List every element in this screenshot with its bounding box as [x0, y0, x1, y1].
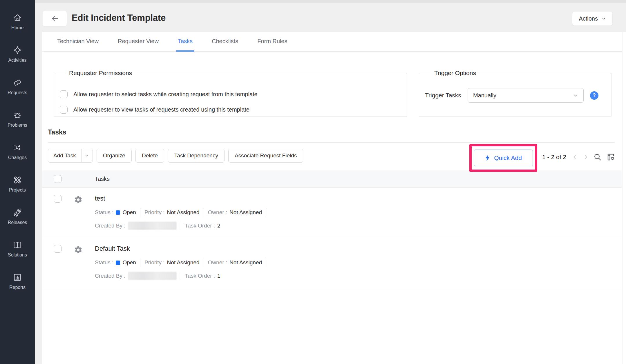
- back-button[interactable]: [43, 11, 67, 26]
- actions-button-label: Actions: [579, 15, 598, 22]
- organize-button[interactable]: Organize: [97, 149, 132, 163]
- sidebar-item-home[interactable]: Home: [0, 13, 35, 30]
- tab-form-rules[interactable]: Form Rules: [256, 32, 289, 52]
- row-checkbox[interactable]: [54, 245, 61, 253]
- task-meta-line: Status : Open Priority : Not Assigned Ow…: [95, 208, 622, 217]
- task-meta-line: Created By : Task Order : 1: [95, 272, 622, 280]
- sidebar-item-releases[interactable]: Releases: [0, 208, 35, 225]
- task-table: Tasks test Status : Open Prior: [42, 170, 622, 288]
- tab-checklists[interactable]: Checklists: [210, 32, 240, 52]
- status-open-icon: [116, 210, 120, 215]
- meta-divider: [266, 258, 266, 267]
- view-tasks-checkbox[interactable]: [60, 106, 68, 114]
- task-order-value: 2: [217, 223, 220, 229]
- sidebar-item-changes[interactable]: Changes: [0, 143, 35, 160]
- priority-label: Priority :: [144, 209, 165, 216]
- sidebar-item-label: Home: [11, 25, 24, 30]
- task-dependency-button[interactable]: Task Dependency: [168, 149, 225, 163]
- chevron-down-icon: [573, 93, 578, 98]
- trigger-tasks-row: Trigger Tasks Manually ?: [425, 88, 611, 103]
- select-all-checkbox[interactable]: [54, 175, 61, 183]
- status-label: Status :: [95, 259, 113, 266]
- sidebar-item-label: Problems: [8, 123, 27, 128]
- meta-divider: [266, 208, 266, 217]
- sidebar-item-problems[interactable]: Problems: [0, 110, 35, 128]
- tasks-column-header: Tasks: [95, 176, 110, 182]
- add-task-button[interactable]: Add Task: [48, 149, 93, 163]
- sidebar-item-solutions[interactable]: Solutions: [0, 240, 35, 258]
- task-title[interactable]: test: [95, 195, 622, 202]
- pagination-range: 1 - 2 of 2: [542, 154, 566, 161]
- back-arrow-icon: [50, 14, 59, 23]
- created-by-label: Created By :: [95, 273, 126, 279]
- tasks-section-heading: Tasks: [48, 128, 66, 136]
- owner-value: Not Assigned: [229, 209, 262, 216]
- problems-icon: [12, 110, 22, 120]
- gear-icon[interactable]: [74, 195, 83, 204]
- meta-divider: [140, 258, 140, 267]
- trigger-tasks-selected-value: Manually: [473, 92, 496, 99]
- meta-divider: [181, 221, 181, 230]
- permission-option-view-tasks: Allow requester to view tasks of request…: [60, 106, 407, 114]
- actions-button[interactable]: Actions: [572, 12, 612, 26]
- sidebar-item-label: Solutions: [8, 252, 27, 258]
- changes-icon: [12, 143, 22, 152]
- trigger-options-legend: Trigger Options: [431, 70, 479, 77]
- sidebar-item-requests[interactable]: Requests: [0, 78, 35, 95]
- owner-value: Not Assigned: [229, 259, 262, 266]
- add-task-label: Add Task: [48, 152, 81, 159]
- chevron-down-icon: [601, 16, 606, 21]
- owner-label: Owner :: [208, 259, 227, 266]
- add-task-caret[interactable]: [82, 149, 93, 162]
- page-title: Edit Incident Template: [72, 13, 166, 23]
- reports-icon: [12, 272, 22, 282]
- created-by-value-redacted: [128, 272, 177, 280]
- next-page-icon[interactable]: [582, 154, 589, 160]
- tab-technician-view[interactable]: Technician View: [55, 32, 100, 52]
- task-title[interactable]: Default Task: [95, 245, 622, 252]
- created-by-value-redacted: [128, 222, 177, 230]
- right-gutter: [623, 32, 626, 364]
- meta-divider: [181, 272, 181, 280]
- select-tasks-label: Allow requester to select tasks while cr…: [73, 91, 258, 98]
- sidebar-item-label: Projects: [9, 188, 26, 193]
- row-checkbox[interactable]: [54, 195, 61, 203]
- task-order-label: Task Order :: [185, 273, 215, 279]
- trigger-tasks-select[interactable]: Manually: [468, 88, 584, 103]
- status-open-icon: [116, 261, 120, 265]
- quick-add-button[interactable]: Quick Add: [474, 150, 533, 166]
- requests-icon: [12, 78, 22, 88]
- tab-tasks[interactable]: Tasks: [176, 32, 194, 52]
- table-row: Default Task Status : Open Priority : No…: [42, 238, 622, 288]
- sidebar-item-label: Releases: [8, 220, 27, 225]
- home-icon: [12, 13, 22, 23]
- tab-requester-view[interactable]: Requester View: [116, 32, 160, 52]
- requester-permissions-fieldset: Requester Permissions Allow requester to…: [54, 70, 407, 117]
- help-icon[interactable]: ?: [590, 91, 598, 100]
- sidebar-item-reports[interactable]: Reports: [0, 272, 35, 290]
- owner-label: Owner :: [208, 209, 227, 216]
- sidebar-item-label: Reports: [9, 285, 26, 290]
- delete-button[interactable]: Delete: [135, 149, 164, 163]
- priority-value: Not Assigned: [167, 259, 200, 266]
- meta-divider: [140, 208, 140, 217]
- task-order-label: Task Order :: [185, 223, 215, 229]
- column-settings-icon[interactable]: [606, 152, 616, 162]
- meta-divider: [204, 208, 204, 217]
- sidebar-item-projects[interactable]: Projects: [0, 175, 35, 193]
- lightning-bolt-icon: [485, 154, 490, 162]
- sidebar-item-activities[interactable]: Activities: [0, 45, 35, 63]
- tasks-toolbar: Add Task Organize Delete Task Dependency…: [48, 149, 303, 163]
- trigger-options-fieldset: Trigger Options Trigger Tasks Manually ?: [419, 70, 611, 117]
- tab-bar: Technician View Requester View Tasks Che…: [42, 32, 622, 52]
- requester-permissions-legend: Requester Permissions: [66, 70, 135, 77]
- search-icon[interactable]: [593, 153, 602, 161]
- select-tasks-checkbox[interactable]: [60, 90, 68, 98]
- previous-page-icon[interactable]: [572, 154, 578, 160]
- created-by-label: Created By :: [95, 223, 126, 229]
- gear-icon[interactable]: [74, 245, 83, 254]
- sidebar-item-label: Changes: [8, 155, 27, 160]
- status-value: Open: [122, 209, 136, 216]
- app-sidebar: Home Activities Requests Problems Change…: [0, 0, 35, 364]
- associate-request-fields-button[interactable]: Associate Request Fields: [228, 149, 303, 163]
